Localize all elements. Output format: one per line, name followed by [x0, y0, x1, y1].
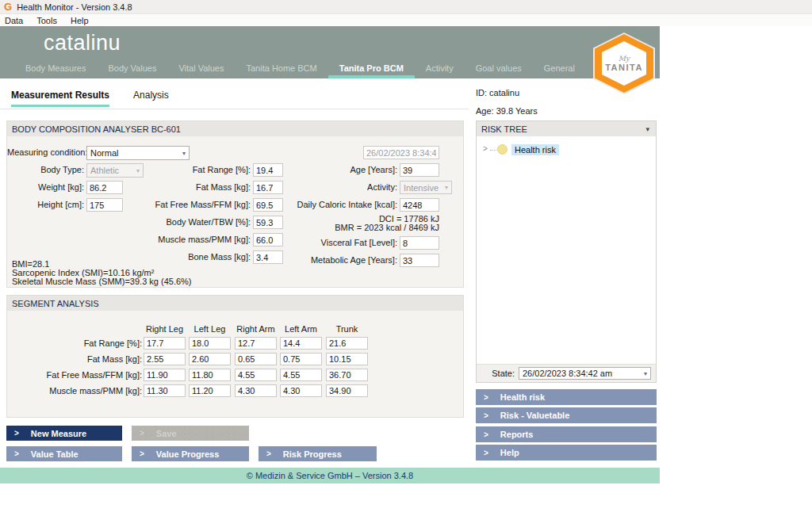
measuring-condition-select[interactable]: Normal ▾ [86, 146, 190, 160]
seg-fat-range-left-leg[interactable] [189, 337, 231, 350]
activity-select[interactable]: Intensive ▾ [400, 181, 452, 194]
patient-age-text: Age: 39.8 Years [476, 106, 538, 116]
tab-general[interactable]: General [533, 59, 586, 78]
date-input[interactable] [363, 146, 439, 159]
tab-vital-values[interactable]: Vital Values [167, 59, 235, 78]
window-title: Health Monitor - Version 3.4.8 [17, 2, 132, 12]
health-monitor-window: G Health Monitor - Version 3.4.8 Data To… [0, 0, 812, 516]
chevron-down-icon[interactable]: ▾ [645, 125, 649, 133]
footer-bar: © Medizin & Service GmbH – Version 3.4.8 [0, 468, 660, 484]
tab-tanita-pro-bcm[interactable]: Tanita Pro BCM [328, 59, 415, 78]
segment-analysis-panel-title: SEGMENT ANALYSIS [7, 296, 463, 311]
metabolic-age-input[interactable] [400, 254, 439, 267]
tab-body-measures[interactable]: Body Measures [14, 59, 97, 78]
result-subtabs: Measurement Results Analysis [11, 90, 169, 107]
health-risk-tree-item[interactable]: Health risk [511, 144, 559, 155]
reports-button[interactable]: > Reports [476, 426, 657, 442]
col-right-arm: Right Arm [235, 324, 277, 334]
state-label: State: [477, 369, 515, 378]
patient-id-text: ID: catalinu [476, 88, 519, 97]
app-logo-icon: G [4, 2, 12, 12]
subtab-divider [0, 109, 469, 109]
risk-progress-button[interactable]: > Risk Progress [259, 446, 377, 461]
activity-label: Activity: [261, 182, 397, 192]
seg-pmm-trunk[interactable] [326, 384, 368, 397]
tab-goal-values[interactable]: Goal values [465, 59, 533, 78]
col-left-arm: Left Arm [280, 324, 322, 334]
col-right-leg: Right Leg [144, 324, 186, 334]
seg-fat-range-label: Fat Range [%]: [7, 338, 142, 348]
body-type-label: Body Type: [7, 165, 84, 174]
seg-fat-mass-left-arm[interactable] [280, 353, 322, 365]
seg-pmm-label: Muscle mass/PMM [kg]: [7, 386, 142, 396]
chevron-down-icon: ▾ [644, 370, 647, 377]
seg-ffm-trunk[interactable] [326, 369, 368, 381]
segment-analysis-panel: SEGMENT ANALYSIS Right Leg Left Leg Righ… [6, 295, 464, 418]
seg-ffm-label: Fat Free Mass/FFM [kg]: [7, 370, 142, 380]
seg-pmm-right-leg[interactable] [144, 384, 186, 397]
daily-caloric-intake-input[interactable] [400, 198, 439, 212]
chevron-right-icon: > [484, 449, 488, 457]
seg-fat-mass-right-arm[interactable] [235, 353, 277, 365]
activity-value: Intensive [404, 183, 439, 193]
menu-help[interactable]: Help [71, 16, 89, 25]
age-years-input[interactable] [400, 163, 439, 177]
visceral-fat-label: Visceral Fat [Level]: [261, 238, 397, 247]
new-measure-button[interactable]: > New Measure [6, 426, 122, 441]
health-risk-button[interactable]: > Health risk [476, 389, 657, 405]
seg-fat-range-trunk[interactable] [326, 337, 368, 350]
subtab-measurement-results[interactable]: Measurement Results [11, 90, 109, 107]
col-trunk: Trunk [326, 324, 368, 334]
seg-pmm-right-arm[interactable] [235, 384, 277, 397]
chevron-down-icon: ▾ [445, 184, 448, 191]
tab-body-values[interactable]: Body Values [97, 59, 167, 78]
seg-fat-range-left-arm[interactable] [280, 337, 322, 350]
new-measure-label: New Measure [31, 429, 86, 438]
measuring-condition-value: Normal [90, 148, 118, 158]
subtab-analysis[interactable]: Analysis [133, 90, 169, 107]
col-left-leg: Left Leg [189, 324, 231, 334]
skeletal-muscle-mass-note: Skeletal Muscle Mass (SMM)=39.3 kg (45.6… [12, 277, 192, 286]
value-progress-label: Value Progress [156, 449, 220, 459]
fat-free-mass-label: Fat Free Mass/FFM [kg]: [118, 200, 251, 209]
tanita-logo-script: My [619, 55, 630, 63]
title-bar: G Health Monitor - Version 3.4.8 [0, 0, 812, 14]
value-table-button[interactable]: > Value Table [6, 446, 122, 461]
tab-tanita-home-bcm[interactable]: Tanita Home BCM [235, 59, 327, 78]
menu-data[interactable]: Data [5, 16, 23, 25]
visceral-fat-input[interactable] [400, 236, 439, 250]
seg-ffm-left-leg[interactable] [189, 369, 231, 381]
seg-pmm-left-arm[interactable] [280, 384, 322, 397]
body-composition-panel-title: BODY COMPOSITION ANALYSER BC-601 [7, 121, 463, 136]
risk-valuetable-button[interactable]: > Risk - Valuetable [476, 407, 657, 423]
save-button[interactable]: > Save [132, 426, 249, 441]
risk-node-icon [497, 144, 508, 155]
value-progress-button[interactable]: > Value Progress [132, 446, 249, 461]
seg-ffm-right-arm[interactable] [235, 369, 277, 381]
seg-pmm-left-leg[interactable] [189, 384, 231, 397]
seg-fat-mass-left-leg[interactable] [189, 353, 231, 365]
help-button[interactable]: > Help [476, 445, 657, 461]
tanita-logo-badge: My TANITA [593, 32, 655, 94]
menu-tools[interactable]: Tools [36, 16, 57, 25]
seg-ffm-left-arm[interactable] [280, 369, 322, 381]
tree-expander-icon[interactable]: > [483, 144, 488, 153]
tab-activity[interactable]: Activity [415, 59, 465, 78]
seg-fat-mass-trunk[interactable] [326, 353, 368, 365]
tree-connector-line [490, 150, 496, 151]
daily-caloric-intake-label: Daily Caloric Intake [kcal]: [261, 200, 397, 209]
risk-tree-header[interactable]: RISK TREE ▾ [477, 121, 656, 136]
body-water-input[interactable] [253, 216, 283, 229]
bone-mass-label: Bone Mass [kg]: [118, 252, 251, 262]
seg-ffm-right-leg[interactable] [144, 369, 186, 381]
weight-label: Weight [kg]: [7, 182, 84, 192]
seg-fat-range-right-leg[interactable] [144, 337, 186, 350]
chevron-right-icon: > [140, 429, 144, 438]
body-type-value: Athletic [90, 166, 119, 175]
seg-fat-range-right-arm[interactable] [235, 337, 277, 350]
seg-fat-mass-label: Fat Mass [kg]: [7, 354, 142, 364]
seg-fat-mass-right-leg[interactable] [144, 353, 186, 365]
measuring-condition-label: Measuring condition: [7, 147, 84, 157]
footer-text: © Medizin & Service GmbH – Version 3.4.8 [247, 471, 413, 480]
state-select[interactable]: 26/02/2023 8:34:42 am ▾ [519, 367, 651, 380]
